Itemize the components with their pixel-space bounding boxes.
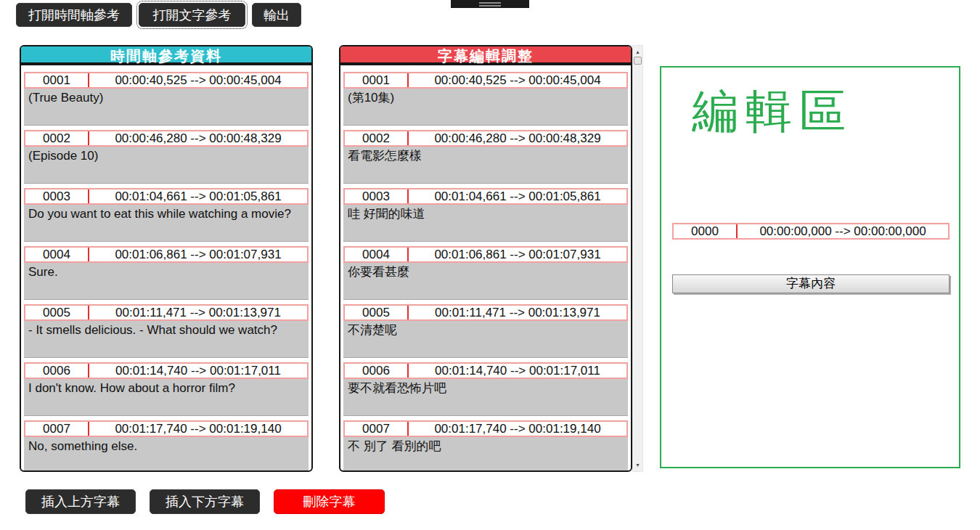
entry-number-field[interactable]: 0004 <box>25 248 89 261</box>
entry-row: 0003 00:01:04,661 --> 00:01:05,861 <box>343 188 628 205</box>
entry-timecode-field[interactable]: 00:01:14,740 --> 00:01:17,011 <box>89 364 307 378</box>
entry-row: 0002 00:00:46,280 --> 00:00:48,329 <box>24 130 309 147</box>
entry-number-field[interactable]: 0001 <box>345 73 409 87</box>
subtitle-entry: 0003 00:01:04,661 --> 00:01:05,861 哇 好聞的… <box>343 188 628 242</box>
editor-subtitle-textarea[interactable] <box>672 240 950 274</box>
entry-row: 0006 00:01:14,740 --> 00:01:17,011 <box>24 362 309 379</box>
panel-drag-handle[interactable] <box>451 0 529 8</box>
timeline-reference-panel: 時間軸參考資料 0001 00:00:40,525 --> 00:00:45,0… <box>20 45 313 472</box>
grip-lines-icon <box>479 5 501 7</box>
entry-text-area[interactable]: 看電影怎麼樣 <box>343 147 628 184</box>
subtitle-entry: 0004 00:01:06,861 --> 00:01:07,931 Sure. <box>24 246 309 300</box>
subtitle-entry: 0005 00:01:11,471 --> 00:01:13,971 - It … <box>24 304 309 358</box>
subtitle-entry: 0006 00:01:14,740 --> 00:01:17,011 I don… <box>24 362 309 416</box>
entry-number-field[interactable]: 0006 <box>25 364 89 378</box>
entry-text-area[interactable]: I don't know. How about a horror film? <box>24 379 309 416</box>
entry-row: 0005 00:01:11,471 --> 00:01:13,971 <box>343 304 628 321</box>
subtitle-entry: 0006 00:01:14,740 --> 00:01:17,011 要不就看恐… <box>343 362 628 416</box>
entry-timecode-field[interactable]: 00:00:40,525 --> 00:00:45,004 <box>89 73 307 87</box>
entry-number-field[interactable]: 0007 <box>25 422 89 436</box>
entry-row: 0007 00:01:17,740 --> 00:01:19,140 <box>24 420 309 437</box>
entry-row: 0002 00:00:46,280 --> 00:00:48,329 <box>343 130 628 147</box>
entry-timecode-field[interactable]: 00:01:04,661 --> 00:01:05,861 <box>409 189 626 203</box>
entry-text-area[interactable]: 不 別了 看別的吧 <box>343 437 628 472</box>
entry-number-field[interactable]: 0002 <box>25 131 89 145</box>
entry-timecode-field[interactable]: 00:00:40,525 --> 00:00:45,004 <box>409 73 626 87</box>
entry-row: 0005 00:01:11,471 --> 00:01:13,971 <box>24 304 309 321</box>
entry-text-area[interactable]: No, something else. <box>24 437 309 472</box>
entry-timecode-field[interactable]: 00:01:06,861 --> 00:01:07,931 <box>409 248 626 261</box>
timeline-panel-title: 時間軸參考資料 <box>21 46 311 65</box>
insert-below-button[interactable]: 插入下方字幕 <box>150 489 260 514</box>
export-button[interactable]: 輸出 <box>252 3 301 27</box>
open-text-ref-button[interactable]: 打開文字參考 <box>139 3 245 27</box>
entry-timecode-field[interactable]: 00:01:04,661 --> 00:01:05,861 <box>89 189 307 203</box>
editor-panel: 編輯區 0000 00:00:00,000 --> 00:00:00,000 字… <box>660 66 960 468</box>
subtitle-entry: 0002 00:00:46,280 --> 00:00:48,329 看電影怎麼… <box>343 130 628 184</box>
entry-text-area[interactable]: (Episode 10) <box>24 147 309 184</box>
subtitle-entry: 0001 00:00:40,525 --> 00:00:45,004 (True… <box>24 72 309 126</box>
entry-number-field[interactable]: 0003 <box>345 189 409 203</box>
entry-timecode-field[interactable]: 00:01:06,861 --> 00:01:07,931 <box>89 248 307 261</box>
entry-text-area[interactable]: Sure. <box>24 263 309 300</box>
entry-row: 0003 00:01:04,661 --> 00:01:05,861 <box>24 188 309 205</box>
entry-row: 0007 00:01:17,740 --> 00:01:19,140 <box>343 420 628 437</box>
subtitle-entry: 0002 00:00:46,280 --> 00:00:48,329 (Epis… <box>24 130 309 184</box>
entry-text-area[interactable]: 哇 好聞的味道 <box>343 205 628 242</box>
entry-text-area[interactable]: 不清楚呢 <box>343 321 628 358</box>
editor-entry-row: 0000 00:00:00,000 --> 00:00:00,000 <box>672 223 950 240</box>
entry-row: 0006 00:01:14,740 --> 00:01:17,011 <box>343 362 628 379</box>
entry-number-field[interactable]: 0005 <box>345 306 409 319</box>
open-timeline-ref-button[interactable]: 打開時間軸參考 <box>16 3 132 27</box>
timeline-entry-list: 0001 00:00:40,525 --> 00:00:45,004 (True… <box>21 65 311 472</box>
entry-timecode-field[interactable]: 00:01:11,471 --> 00:01:13,971 <box>89 306 307 319</box>
bottom-toolbar: 插入上方字幕 插入下方字幕 刪除字幕 <box>25 489 385 514</box>
entry-number-field[interactable]: 0002 <box>345 131 409 145</box>
entry-text-area[interactable]: (第10集) <box>343 89 628 126</box>
editor-entry-number-field[interactable]: 0000 <box>674 224 738 238</box>
subtitle-entry: 0001 00:00:40,525 --> 00:00:45,004 (第10集… <box>343 72 628 126</box>
subtitle-entry: 0005 00:01:11,471 --> 00:01:13,971 不清楚呢 <box>343 304 628 358</box>
entry-text-area[interactable]: Do you want to eat this while watching a… <box>24 205 309 242</box>
entry-number-field[interactable]: 0007 <box>345 422 409 436</box>
entry-timecode-field[interactable]: 00:01:11,471 --> 00:01:13,971 <box>409 306 626 319</box>
entry-timecode-field[interactable]: 00:01:17,740 --> 00:01:19,140 <box>89 422 307 436</box>
scroll-down-icon[interactable]: ▼ <box>633 460 642 469</box>
entry-timecode-field[interactable]: 00:01:14,740 --> 00:01:17,011 <box>409 364 626 378</box>
subtitle-entry: 0007 00:01:17,740 --> 00:01:19,140 No, s… <box>24 420 309 472</box>
scrollbar-thumb[interactable] <box>634 57 642 65</box>
entry-row: 0001 00:00:40,525 --> 00:00:45,004 <box>343 72 628 89</box>
entry-text-area[interactable]: 要不就看恐怖片吧 <box>343 379 628 416</box>
subtitle-panel-scrollbar[interactable]: ▲ ▼ <box>632 45 643 472</box>
subtitle-entry: 0003 00:01:04,661 --> 00:01:05,861 Do yo… <box>24 188 309 242</box>
entry-text-area[interactable]: - It smells delicious. - What should we … <box>24 321 309 358</box>
entry-text-area[interactable]: (True Beauty) <box>24 89 309 126</box>
editor-entry-timecode-field[interactable]: 00:00:00,000 --> 00:00:00,000 <box>738 224 948 238</box>
scroll-up-icon[interactable]: ▲ <box>633 47 642 56</box>
entry-number-field[interactable]: 0006 <box>345 364 409 378</box>
subtitle-entry: 0007 00:01:17,740 --> 00:01:19,140 不 別了 … <box>343 420 628 472</box>
subtitle-panel-title: 字幕編輯調整 <box>340 46 631 65</box>
entry-row: 0001 00:00:40,525 --> 00:00:45,004 <box>24 72 309 89</box>
entry-number-field[interactable]: 0003 <box>25 189 89 203</box>
subtitle-entry-list: 0001 00:00:40,525 --> 00:00:45,004 (第10集… <box>340 65 631 472</box>
grip-lines-icon <box>479 2 501 4</box>
delete-subtitle-button[interactable]: 刪除字幕 <box>274 489 385 514</box>
entry-timecode-field[interactable]: 00:00:46,280 --> 00:00:48,329 <box>409 131 626 145</box>
entry-text-area[interactable]: 你要看甚麼 <box>343 263 628 300</box>
entry-timecode-field[interactable]: 00:01:17,740 --> 00:01:19,140 <box>409 422 626 436</box>
entry-number-field[interactable]: 0004 <box>345 248 409 261</box>
entry-row: 0004 00:01:06,861 --> 00:01:07,931 <box>24 246 309 263</box>
entry-timecode-field[interactable]: 00:00:46,280 --> 00:00:48,329 <box>89 131 307 145</box>
editor-panel-title: 編輯區 <box>692 88 959 134</box>
insert-above-button[interactable]: 插入上方字幕 <box>25 489 136 514</box>
top-toolbar: 打開時間軸參考 打開文字參考 輸出 <box>16 3 301 27</box>
entry-row: 0004 00:01:06,861 --> 00:01:07,931 <box>343 246 628 263</box>
subtitle-edit-panel: 字幕編輯調整 0001 00:00:40,525 --> 00:00:45,00… <box>339 45 632 472</box>
subtitle-entry: 0004 00:01:06,861 --> 00:01:07,931 你要看甚麼 <box>343 246 628 300</box>
entry-number-field[interactable]: 0001 <box>25 73 89 87</box>
entry-number-field[interactable]: 0005 <box>25 306 89 319</box>
subtitle-content-button[interactable]: 字幕內容 <box>672 274 950 293</box>
